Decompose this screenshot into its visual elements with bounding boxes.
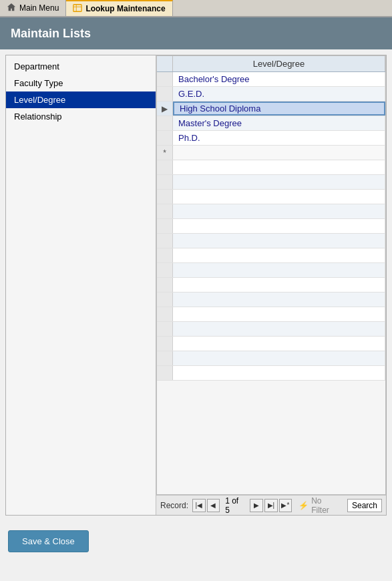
row-indicator-5 — [157, 131, 173, 145]
nav-last-button[interactable]: ▶| — [264, 499, 278, 512]
sidebar-item-level-degree[interactable]: Level/Degree — [6, 91, 156, 108]
nav-prev-button[interactable]: ◀ — [207, 499, 220, 512]
data-grid: Level/Degree Bachelor's Degree G.E.D. ▶ … — [156, 55, 386, 495]
table-row-empty — [157, 248, 385, 263]
tab-lookup-maintenance[interactable]: Lookup Maintenance — [66, 0, 172, 16]
page-title: Maintain Lists — [11, 27, 91, 41]
tab-main-menu-label: Main Menu — [19, 3, 59, 13]
nav-first-button[interactable]: |◀ — [192, 499, 206, 512]
table-row-empty — [157, 337, 385, 351]
table-row-empty — [157, 190, 385, 204]
row-indicator-header — [157, 56, 173, 71]
data-panel: Level/Degree Bachelor's Degree G.E.D. ▶ … — [156, 55, 386, 515]
cell-empty-4 — [173, 204, 385, 218]
table-row-empty — [157, 351, 385, 366]
bottom-bar: Save & Close — [0, 521, 392, 562]
nav-next-button[interactable]: ▶ — [250, 499, 263, 512]
table-row-empty — [157, 263, 385, 278]
cell-masters[interactable]: Master's Degree — [173, 116, 385, 130]
cell-high-school[interactable]: High School Diploma — [173, 102, 385, 116]
table-row-empty — [157, 234, 385, 248]
table-row-empty — [157, 366, 385, 381]
table-icon — [73, 3, 82, 15]
grid-header: Level/Degree — [157, 56, 385, 72]
cell-ged[interactable]: G.E.D. — [173, 87, 385, 101]
row-indicator-empty-3 — [157, 190, 173, 204]
cell-empty-7 — [173, 248, 385, 262]
table-row[interactable]: Ph.D. — [157, 131, 385, 146]
tab-lookup-maintenance-label: Lookup Maintenance — [85, 4, 165, 13]
table-row[interactable]: ▶ High School Diploma — [157, 102, 385, 116]
house-icon — [7, 3, 16, 14]
page-header: Maintain Lists — [0, 17, 392, 49]
table-row[interactable]: Master's Degree — [157, 116, 385, 131]
cell-empty-3 — [173, 190, 385, 204]
nav-prev-icon: ◀ — [210, 502, 216, 509]
grid-body: Bachelor's Degree G.E.D. ▶ High School D… — [157, 72, 385, 493]
filter-indicator: ⚡ No Filter — [299, 496, 341, 515]
filter-icon: ⚡ — [299, 501, 309, 510]
row-indicator-empty-14 — [157, 351, 173, 365]
row-indicator-1 — [157, 72, 173, 86]
page-info: 1 of 5 — [225, 496, 244, 515]
nav-new-button[interactable]: ▶* — [279, 499, 292, 512]
table-row-empty — [157, 175, 385, 190]
tab-bar: Main Menu Lookup Maintenance — [0, 0, 392, 17]
row-indicator-empty-15 — [157, 366, 173, 380]
cell-empty-15 — [173, 366, 385, 380]
row-indicator-empty-4 — [157, 204, 173, 218]
table-row-empty — [157, 160, 385, 175]
sidebar-item-relationship[interactable]: Relationship — [6, 108, 156, 125]
row-indicator-empty-2 — [157, 175, 173, 189]
main-content: Department Faculty Type Level/Degree Rel… — [5, 55, 387, 516]
table-row-empty — [157, 204, 385, 219]
svg-rect-0 — [73, 4, 81, 11]
row-indicator-empty-10 — [157, 293, 173, 307]
row-indicator-empty-7 — [157, 248, 173, 262]
cell-empty-8 — [173, 263, 385, 277]
column-header-level-degree: Level/Degree — [173, 56, 385, 71]
table-row[interactable]: G.E.D. — [157, 87, 385, 102]
cell-empty-11 — [173, 307, 385, 321]
table-row-empty — [157, 322, 385, 337]
tab-main-menu[interactable]: Main Menu — [0, 0, 66, 16]
sidebar-item-department[interactable]: Department — [6, 58, 156, 75]
row-indicator-empty-6 — [157, 234, 173, 248]
row-indicator-empty-8 — [157, 263, 173, 277]
filter-label: No Filter — [311, 496, 341, 515]
row-indicator-empty-9 — [157, 278, 173, 292]
cell-empty-1 — [173, 160, 385, 174]
nav-next-icon: ▶ — [254, 502, 259, 509]
row-indicator-2 — [157, 87, 173, 101]
table-row[interactable]: Bachelor's Degree — [157, 72, 385, 87]
row-indicator-4 — [157, 116, 173, 130]
cell-empty-2 — [173, 175, 385, 189]
nav-new-icon: ▶* — [281, 502, 289, 509]
nav-last-icon: ▶| — [268, 502, 275, 509]
cell-empty-14 — [173, 351, 385, 365]
table-row-empty — [157, 307, 385, 322]
cell-bachelors[interactable]: Bachelor's Degree — [173, 72, 385, 86]
cell-empty-6 — [173, 234, 385, 248]
search-button[interactable]: Search — [347, 499, 382, 512]
sidebar-item-faculty-type[interactable]: Faculty Type — [6, 75, 156, 91]
table-row-empty — [157, 293, 385, 307]
row-indicator-empty-13 — [157, 337, 173, 351]
save-close-button[interactable]: Save & Close — [8, 530, 89, 552]
cell-empty-9 — [173, 278, 385, 292]
row-indicator-empty-1 — [157, 160, 173, 174]
cell-new[interactable] — [173, 146, 385, 160]
cell-empty-12 — [173, 322, 385, 336]
cell-empty-10 — [173, 293, 385, 307]
row-indicator-empty-11 — [157, 307, 173, 321]
row-indicator-empty-5 — [157, 219, 173, 233]
sidebar: Department Faculty Type Level/Degree Rel… — [6, 55, 156, 515]
cell-empty-13 — [173, 337, 385, 351]
record-label: Record: — [160, 501, 188, 510]
new-record-row[interactable]: * — [157, 146, 385, 160]
nav-first-icon: |◀ — [196, 502, 203, 509]
row-indicator-empty-12 — [157, 322, 173, 336]
table-row-empty — [157, 219, 385, 234]
cell-phd[interactable]: Ph.D. — [173, 131, 385, 145]
cell-empty-5 — [173, 219, 385, 233]
